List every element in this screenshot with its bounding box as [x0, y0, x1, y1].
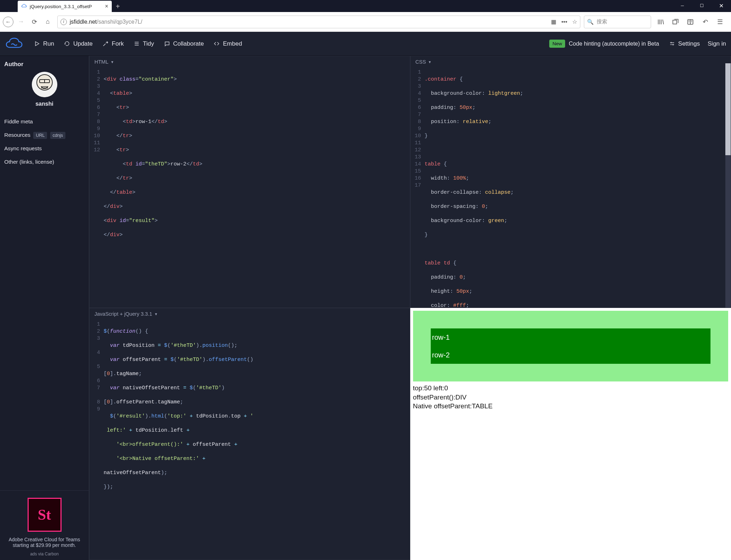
- jsfiddle-logo-icon[interactable]: [5, 37, 23, 50]
- js-panel-header[interactable]: JavaScript + jQuery 3.3.1▼: [89, 308, 410, 320]
- sidebar-item-async[interactable]: Async requests: [0, 142, 89, 155]
- ad-text-2: starting at $29.99 per month.: [4, 542, 85, 548]
- result-panel: row-1 row-2 top:50 left:0 offsetParent()…: [410, 308, 731, 560]
- library-icon[interactable]: [655, 16, 667, 28]
- collaborate-button[interactable]: Collaborate: [164, 40, 204, 47]
- window-minimize-button[interactable]: ─: [673, 0, 692, 11]
- browser-tab-bar: jQuery.position_3.3.1_offsetP × + ─ ☐ ✕: [0, 0, 731, 12]
- result-container: row-1 row-2: [413, 311, 729, 381]
- html-panel-header[interactable]: HTML▼: [89, 56, 410, 68]
- ad-logo: St: [28, 498, 62, 532]
- css-panel-header[interactable]: CSS▼: [411, 56, 731, 68]
- screenshot-icon[interactable]: [669, 16, 681, 28]
- url-text: jsfiddle.net/sanshi/qp3yce7L/: [70, 19, 548, 25]
- result-line-3: Native offsetParent:TABLE: [413, 402, 729, 411]
- html-code-editor[interactable]: 123456789101112 <div class="container"> …: [89, 68, 410, 308]
- embed-button[interactable]: Embed: [214, 40, 242, 47]
- ad-caption: ads via Carbon: [4, 552, 85, 556]
- sidebar: Author sanshi Fiddle meta Resources URL …: [0, 56, 89, 560]
- result-row-1: row-1: [431, 328, 711, 346]
- reader-icon[interactable]: [684, 16, 696, 28]
- sidebar-item-other[interactable]: Other (links, license): [0, 155, 89, 169]
- site-info-icon[interactable]: i: [60, 19, 67, 25]
- bookmark-star-icon[interactable]: ☆: [572, 18, 577, 25]
- caret-down-icon: ▼: [154, 312, 158, 316]
- jsfiddle-favicon-icon: [21, 4, 27, 9]
- fork-button[interactable]: Fork: [103, 40, 124, 47]
- result-line-2: offsetParent():DIV: [413, 393, 729, 402]
- home-button[interactable]: ⌂: [42, 16, 54, 28]
- tab-close-icon[interactable]: ×: [105, 3, 108, 10]
- browser-tab[interactable]: jQuery.position_3.3.1_offsetP ×: [18, 1, 112, 12]
- caret-down-icon: ▼: [110, 60, 114, 64]
- url-badge[interactable]: URL: [33, 132, 47, 139]
- sidebar-ad[interactable]: St Adobe Creative Cloud for Teams starti…: [0, 490, 89, 560]
- js-code-editor[interactable]: 123456789 $(function() { var tdPosition …: [89, 320, 410, 560]
- settings-button[interactable]: Settings: [669, 40, 700, 47]
- svg-rect-0: [673, 20, 677, 24]
- reload-button[interactable]: ⟳: [28, 16, 40, 28]
- sliders-icon: [669, 41, 675, 47]
- undo-icon[interactable]: ↶: [699, 16, 711, 28]
- tidy-button[interactable]: Tidy: [134, 40, 154, 47]
- author-username[interactable]: sanshi: [4, 101, 85, 107]
- more-actions-icon[interactable]: •••: [561, 19, 567, 25]
- update-button[interactable]: Update: [64, 40, 93, 47]
- menu-icon[interactable]: ☰: [714, 16, 726, 28]
- result-line-1: top:50 left:0: [413, 384, 729, 393]
- js-panel: JavaScript + jQuery 3.3.1▼ 123456789 $(f…: [89, 308, 410, 560]
- search-placeholder: 搜索: [597, 18, 607, 25]
- caret-down-icon: ▼: [428, 60, 431, 64]
- result-output: top:50 left:0 offsetParent():DIV Native …: [413, 384, 729, 411]
- css-code-editor[interactable]: 1234567891011121314151617 .container { b…: [411, 68, 731, 308]
- forward-button[interactable]: →: [15, 16, 27, 28]
- jsfiddle-toolbar: Run Update Fork Tidy Collaborate Embed N…: [0, 32, 731, 56]
- window-maximize-button[interactable]: ☐: [692, 0, 712, 11]
- ad-text-1: Adobe Creative Cloud for Teams: [4, 537, 85, 542]
- signin-button[interactable]: Sign in: [708, 40, 726, 47]
- browser-nav-bar: ← → ⟳ ⌂ i jsfiddle.net/sanshi/qp3yce7L/ …: [0, 12, 731, 32]
- tab-title: jQuery.position_3.3.1_offsetP: [30, 4, 105, 9]
- html-panel: HTML▼ 123456789101112 <div class="contai…: [89, 56, 410, 308]
- new-tab-button[interactable]: +: [112, 1, 124, 12]
- search-icon: 🔍: [587, 19, 594, 25]
- new-badge: New: [549, 40, 565, 48]
- qr-icon[interactable]: ▦: [551, 18, 556, 25]
- back-button[interactable]: ←: [3, 17, 13, 27]
- window-close-button[interactable]: ✕: [712, 0, 731, 11]
- sidebar-item-fiddle-meta[interactable]: Fiddle meta: [0, 115, 89, 128]
- author-avatar[interactable]: [32, 72, 57, 97]
- browser-search-bar[interactable]: 🔍 搜索: [584, 16, 651, 28]
- result-table: row-1 row-2: [431, 328, 711, 364]
- sidebar-item-resources[interactable]: Resources URL cdnjs: [0, 128, 89, 142]
- author-heading: Author: [4, 61, 85, 68]
- url-bar[interactable]: i jsfiddle.net/sanshi/qp3yce7L/ ▦ ••• ☆: [57, 16, 580, 28]
- cdnjs-badge[interactable]: cdnjs: [50, 132, 65, 139]
- result-row-2: row-2: [431, 346, 711, 364]
- css-scrollbar-thumb[interactable]: [725, 63, 731, 155]
- run-button[interactable]: Run: [34, 40, 54, 47]
- css-panel: CSS▼ 1234567891011121314151617 .containe…: [410, 56, 731, 308]
- hint-text[interactable]: Code hinting (autocomplete) in Beta: [569, 41, 659, 47]
